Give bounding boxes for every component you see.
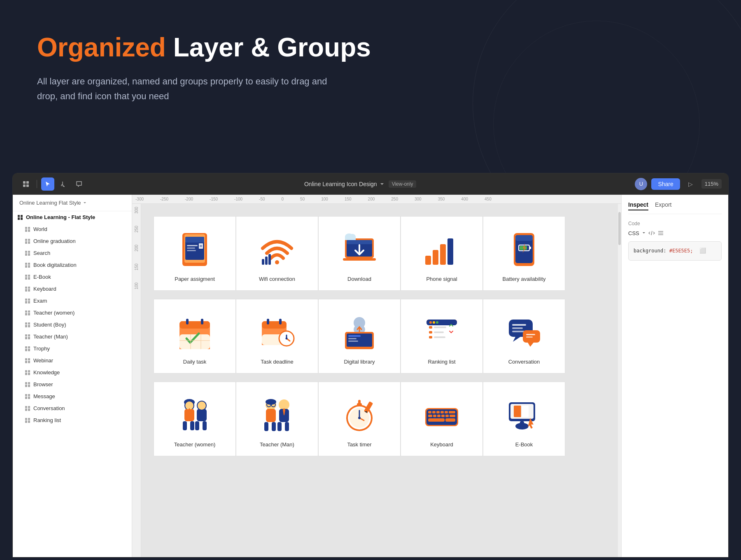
svg-rect-128 bbox=[445, 415, 449, 417]
icon-cell-paper-assignment[interactable]: Paper assigment bbox=[154, 216, 236, 291]
hand-tool-button[interactable] bbox=[57, 177, 70, 191]
tab-export[interactable]: Export bbox=[655, 201, 671, 210]
toolbar: Online Learning Icon Design View-only U … bbox=[13, 173, 728, 195]
svg-rect-80 bbox=[512, 331, 524, 332]
teacher-man-icon-img bbox=[256, 394, 298, 436]
sidebar-item-search[interactable]: Search bbox=[13, 247, 132, 259]
icon-label: Wifi connection bbox=[259, 276, 295, 282]
sidebar-item-ranking-list[interactable]: Ranking list bbox=[13, 414, 132, 426]
sidebar-item-webinar[interactable]: Webinar bbox=[13, 355, 132, 366]
svg-rect-49 bbox=[267, 319, 269, 324]
comment-tool-button[interactable] bbox=[72, 177, 86, 191]
icon-cell-keyboard[interactable]: Keyboard bbox=[401, 382, 483, 456]
scrollbar-thumb[interactable] bbox=[618, 212, 621, 245]
sidebar-item-label: Online graduation bbox=[33, 238, 76, 244]
code-label: Code bbox=[628, 221, 722, 226]
svg-point-70 bbox=[436, 321, 438, 324]
conversation-icon-img bbox=[503, 312, 545, 353]
sidebar-parent-item[interactable]: Online Learning - Flat Style bbox=[13, 211, 132, 223]
app-title[interactable]: Online Learning Icon Design bbox=[304, 181, 384, 187]
sidebar-item-ebook[interactable]: E-Book bbox=[13, 271, 132, 283]
sidebar-item-world[interactable]: World bbox=[13, 223, 132, 235]
svg-rect-118 bbox=[428, 411, 431, 413]
play-button[interactable]: ▷ bbox=[684, 177, 697, 191]
svg-rect-48 bbox=[262, 321, 287, 329]
menu-icon[interactable] bbox=[657, 230, 664, 236]
svg-point-69 bbox=[433, 321, 435, 324]
svg-rect-73 bbox=[429, 331, 432, 334]
app-title-text: Online Learning Icon Design bbox=[304, 181, 377, 187]
sidebar-item-book-digitalization[interactable]: Book digitalization bbox=[13, 259, 132, 271]
icon-cell-digital-library[interactable]: Digital library bbox=[318, 299, 401, 373]
select-tool-button[interactable] bbox=[41, 177, 54, 191]
sidebar-item-message[interactable]: Message bbox=[13, 390, 132, 402]
svg-rect-28 bbox=[440, 244, 446, 265]
sidebar-item-label: Student (Boy) bbox=[33, 322, 66, 328]
share-button[interactable]: Share bbox=[651, 178, 680, 190]
hero-section: Organized Layer & Groups All layer are o… bbox=[0, 0, 741, 173]
icon-cell-task-deadline[interactable]: Task deadline bbox=[236, 299, 318, 373]
svg-point-14 bbox=[275, 260, 279, 264]
icon-cell-task-timer[interactable]: Task timer bbox=[318, 382, 401, 456]
svg-rect-123 bbox=[449, 411, 455, 413]
icon-cell-battery[interactable]: Battery availability bbox=[483, 216, 565, 291]
grid-icon bbox=[25, 418, 30, 423]
wifi-icon-img bbox=[256, 229, 298, 270]
sidebar-item-exam[interactable]: Exam bbox=[13, 295, 132, 307]
svg-rect-105 bbox=[277, 422, 282, 431]
sidebar-item-knowledge[interactable]: Knowledge bbox=[13, 366, 132, 378]
svg-rect-82 bbox=[526, 334, 535, 335]
scrollbar-track[interactable] bbox=[618, 204, 621, 557]
sidebar-header[interactable]: Online Learning Flat Style bbox=[13, 195, 132, 211]
icon-label: Keyboard bbox=[430, 441, 453, 448]
icon-cell-download[interactable]: Download bbox=[318, 216, 401, 291]
svg-rect-114 bbox=[358, 400, 361, 404]
svg-point-68 bbox=[429, 321, 432, 324]
icon-cell-teacher-women[interactable]: Teacher (women) bbox=[154, 382, 236, 456]
tab-inspect[interactable]: Inspect bbox=[628, 201, 648, 210]
svg-rect-1 bbox=[26, 181, 29, 184]
icon-row-1: Paper assigment bbox=[154, 216, 606, 291]
sidebar-item-browser[interactable]: Browser bbox=[13, 378, 132, 390]
zoom-indicator[interactable]: 115% bbox=[701, 179, 722, 189]
sidebar-item-keyboard[interactable]: Keyboard bbox=[13, 283, 132, 295]
app-shell: Online Learning Icon Design View-only U … bbox=[12, 173, 729, 558]
icon-cell-wifi[interactable]: Wifi connection bbox=[236, 216, 318, 291]
sidebar-item-trophy[interactable]: Trophy bbox=[13, 343, 132, 355]
grid-icon bbox=[25, 334, 30, 339]
sidebar-item-teacher-man[interactable]: Teacher (Man) bbox=[13, 331, 132, 343]
svg-rect-15 bbox=[262, 259, 264, 265]
sidebar-item-conversation[interactable]: Conversation bbox=[13, 402, 132, 414]
svg-rect-91 bbox=[197, 409, 207, 421]
copy-icon[interactable]: ⬜ bbox=[699, 247, 706, 254]
sidebar-item-teacher-women[interactable]: Teacher (women) bbox=[13, 307, 132, 319]
svg-rect-22 bbox=[343, 258, 376, 261]
sidebar-item-student-boy[interactable]: Student (Boy) bbox=[13, 319, 132, 331]
sidebar-item-online-graduation[interactable]: Online graduation bbox=[13, 235, 132, 247]
icon-cell-ranking-list[interactable]: Ranking list bbox=[401, 299, 483, 373]
icon-cell-ebook[interactable]: E-Book bbox=[483, 382, 565, 456]
grid-tool-button[interactable] bbox=[19, 177, 33, 191]
svg-rect-10 bbox=[187, 250, 196, 251]
code-lang-selector[interactable]: CSS bbox=[628, 230, 722, 236]
svg-rect-126 bbox=[437, 415, 440, 417]
battery-icon-img bbox=[503, 229, 545, 270]
svg-rect-127 bbox=[441, 415, 445, 417]
avatar: U bbox=[635, 178, 647, 190]
grid-icon bbox=[25, 299, 30, 303]
icon-label: Task deadline bbox=[261, 359, 294, 365]
icon-cell-conversation[interactable]: Conversation bbox=[483, 299, 565, 373]
grid-icon bbox=[18, 215, 23, 220]
icon-cell-daily-task[interactable]: Daily task bbox=[154, 299, 236, 373]
svg-rect-119 bbox=[432, 411, 436, 413]
sidebar-item-label: Keyboard bbox=[33, 286, 56, 292]
icon-cell-phone-signal[interactable]: Phone signal bbox=[401, 216, 483, 291]
svg-point-112 bbox=[358, 417, 361, 419]
svg-rect-129 bbox=[450, 415, 455, 417]
grid-icon bbox=[25, 358, 30, 363]
svg-rect-61 bbox=[348, 338, 357, 339]
svg-rect-41 bbox=[201, 319, 203, 324]
svg-rect-131 bbox=[445, 418, 455, 422]
code-view-icon[interactable] bbox=[648, 230, 655, 236]
icon-cell-teacher-man[interactable]: Teacher (Man) bbox=[236, 382, 318, 456]
